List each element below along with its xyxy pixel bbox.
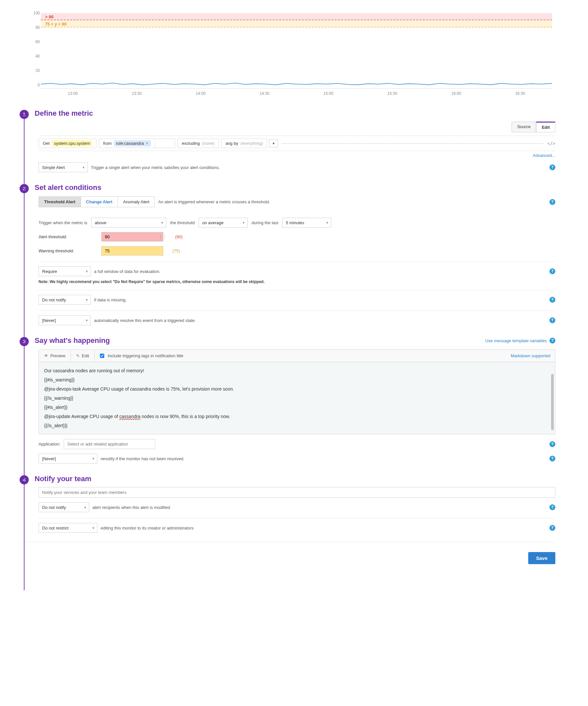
label-get: Get	[43, 141, 50, 146]
edit-tab[interactable]: ✎Edit	[71, 350, 94, 361]
alert-threshold-text: Alert threshold:	[39, 234, 97, 239]
pencil-icon: ✎	[76, 353, 80, 358]
alert-type-desc: An alert is triggered whenever a metric …	[158, 199, 270, 204]
y-tick: 20	[30, 68, 40, 73]
metric-chart: > 90 75 < y < 90 100 80 60 40 20 0 13:00…	[30, 13, 552, 98]
help-icon[interactable]: ?	[549, 268, 555, 274]
x-tick: 14:00	[169, 88, 233, 96]
metric-query-row: Get system.cpu.system from role:cassandr…	[39, 135, 555, 151]
tab-edit[interactable]: Edit	[536, 122, 555, 132]
step3-title: Say what's happening	[35, 336, 110, 345]
warning-threshold-label: 75 < y < 90	[45, 22, 67, 27]
help-icon[interactable]: ?	[549, 164, 555, 170]
advanced-link[interactable]: Advanced...	[533, 153, 555, 158]
alert-type-tabs: Threshold Alert Change Alert Anomaly Ale…	[39, 196, 155, 207]
modify-notify-select[interactable]: Do not notify	[39, 502, 89, 512]
editor-line: @jira-devops-task Average CPU usage of c…	[44, 384, 550, 394]
x-tick: 14:30	[233, 88, 297, 96]
renotify-desc: renotify if the monitor has not been res…	[100, 456, 184, 461]
scope-block[interactable]: from role:cassandra×	[99, 139, 175, 148]
x-axis: 13:00 13:30 14:00 14:30 15:00 15:30 16:0…	[41, 88, 552, 96]
x-tick: 16:00	[424, 88, 488, 96]
missing-data-select[interactable]: Do not notify	[39, 295, 91, 305]
missing-desc: if data is missing.	[94, 298, 127, 302]
excluding-block[interactable]: excluding (none)	[178, 139, 219, 148]
help-icon[interactable]: ?	[549, 297, 555, 303]
tab-threshold[interactable]: Threshold Alert	[39, 197, 81, 207]
template-vars-link[interactable]: Use message template variables	[485, 338, 547, 343]
application-input[interactable]	[64, 439, 155, 449]
editor-line: {{/is_warning}}	[44, 394, 550, 403]
require-select[interactable]: Require	[39, 266, 91, 276]
alert-band	[41, 13, 552, 20]
label-from: from	[103, 141, 112, 146]
add-query-button[interactable]: +	[269, 139, 278, 147]
aggregate-value: (everything)	[241, 141, 263, 146]
x-tick: 15:00	[297, 88, 361, 96]
help-icon[interactable]: ?	[549, 199, 555, 205]
help-icon[interactable]: ?	[549, 317, 555, 323]
application-label: Application:	[39, 441, 60, 446]
scope-tag[interactable]: role:cassandra×	[114, 140, 151, 147]
method-select[interactable]: on average	[199, 218, 248, 228]
autoresolve-select[interactable]: [Never]	[39, 315, 91, 325]
restrict-desc: editing this monitor to its creator or a…	[100, 525, 194, 531]
save-button[interactable]: Save	[528, 552, 555, 564]
excluding-value: (none)	[202, 141, 215, 146]
notify-team-input[interactable]	[39, 487, 555, 498]
tab-source[interactable]: Source	[511, 122, 536, 132]
renotify-select[interactable]: [Never]	[39, 454, 97, 464]
alert-threshold-input[interactable]	[101, 232, 163, 241]
window-select[interactable]: 5 minutes	[282, 218, 331, 228]
label-avgby: avg by	[226, 141, 238, 146]
aggregate-block[interactable]: avg by (everything)	[221, 139, 267, 148]
direction-select[interactable]: above	[91, 218, 166, 228]
step1-title: Define the metric	[35, 109, 555, 118]
editor-line: {{#is_alert}}	[44, 403, 550, 412]
include-tags-label: Include triggering tags in notification …	[108, 353, 183, 358]
query-divider	[282, 143, 543, 144]
eye-icon: 👁	[44, 353, 48, 358]
remove-tag-icon[interactable]: ×	[146, 141, 148, 146]
require-note: Note: We highly recommend you select "Do…	[39, 279, 555, 284]
x-tick: 16:30	[488, 88, 552, 96]
tab-anomaly[interactable]: Anomaly Alert	[118, 197, 155, 207]
require-desc: a full window of data for evaluation.	[94, 269, 160, 274]
during-text: during the last	[252, 220, 278, 225]
code-icon[interactable]: </>	[547, 141, 555, 146]
step4-title: Notify your team	[35, 475, 555, 483]
input-handle-icon[interactable]: ⋮⋮	[159, 235, 167, 239]
editor-line: Our cassandra nodes are running out of m…	[44, 366, 550, 375]
help-icon[interactable]: ?	[549, 441, 555, 447]
restrict-select[interactable]: Do not restrict	[39, 523, 97, 533]
label-excluding: excluding	[182, 141, 200, 146]
preview-tab[interactable]: 👁Preview	[39, 350, 71, 361]
message-editor[interactable]: Our cassandra nodes are running out of m…	[39, 362, 555, 434]
y-tick: 80	[30, 25, 40, 30]
alert-mode-select[interactable]: Simple Alert	[39, 162, 88, 172]
x-tick: 13:30	[105, 88, 169, 96]
y-tick: 100	[30, 11, 40, 15]
editor-line: {{/is_alert}}|	[44, 421, 550, 430]
x-tick: 15:30	[360, 88, 424, 96]
modify-desc: alert recipients when this alert is modi…	[92, 505, 170, 510]
help-icon[interactable]: ?	[549, 338, 555, 344]
chart-series-line	[41, 78, 552, 88]
scrollbar-thumb[interactable]	[551, 374, 554, 430]
message-editor-toolbar: 👁Preview ✎Edit Include triggering tags i…	[39, 349, 555, 362]
tab-change[interactable]: Change Alert	[81, 197, 118, 207]
include-tags-checkbox[interactable]	[100, 354, 104, 358]
metric-name[interactable]: system.cpu.system	[52, 140, 92, 147]
markdown-supported-link[interactable]: Markdown supported	[506, 350, 555, 361]
help-icon[interactable]: ?	[549, 456, 555, 462]
y-tick: 0	[30, 83, 40, 87]
metric-block[interactable]: Get system.cpu.system	[39, 139, 96, 148]
threshold-text: the threshold	[170, 220, 195, 225]
warning-threshold-input[interactable]	[101, 246, 163, 256]
warning-threshold-display: (75)	[172, 248, 180, 253]
alert-threshold-label: > 90	[45, 14, 53, 19]
autoresolve-desc: automatically resolve this event from a …	[94, 318, 196, 323]
y-tick: 60	[30, 40, 40, 44]
help-icon[interactable]: ?	[549, 525, 555, 531]
help-icon[interactable]: ?	[549, 504, 555, 510]
